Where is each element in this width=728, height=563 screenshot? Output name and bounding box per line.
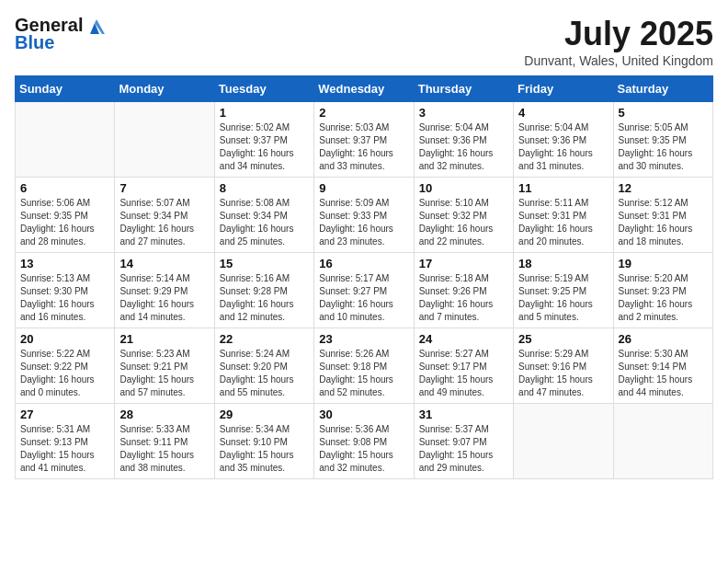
- day-info: Sunrise: 5:30 AM Sunset: 9:14 PM Dayligh…: [619, 348, 708, 399]
- day-number: 11: [518, 181, 608, 195]
- calendar-header-monday: Monday: [115, 76, 214, 102]
- calendar-cell: 29Sunrise: 5:34 AM Sunset: 9:10 PM Dayli…: [214, 404, 313, 479]
- day-info: Sunrise: 5:06 AM Sunset: 9:35 PM Dayligh…: [20, 197, 109, 248]
- day-number: 26: [619, 332, 708, 346]
- calendar-cell: [514, 404, 613, 479]
- day-info: Sunrise: 5:34 AM Sunset: 9:10 PM Dayligh…: [220, 423, 309, 475]
- day-number: 20: [20, 332, 109, 346]
- day-number: 22: [220, 332, 309, 346]
- calendar-cell: [16, 102, 115, 178]
- calendar-cell: 21Sunrise: 5:23 AM Sunset: 9:21 PM Dayli…: [115, 328, 214, 404]
- day-number: 28: [119, 408, 209, 421]
- calendar-cell: 31Sunrise: 5:37 AM Sunset: 9:07 PM Dayli…: [414, 404, 513, 479]
- calendar-week-3: 13Sunrise: 5:13 AM Sunset: 9:30 PM Dayli…: [16, 253, 713, 328]
- day-info: Sunrise: 5:19 AM Sunset: 9:25 PM Dayligh…: [518, 272, 608, 324]
- calendar-header-row: SundayMondayTuesdayWednesdayThursdayFrid…: [16, 76, 713, 102]
- day-info: Sunrise: 5:37 AM Sunset: 9:07 PM Dayligh…: [419, 423, 508, 475]
- calendar-cell: 20Sunrise: 5:22 AM Sunset: 9:22 PM Dayli…: [16, 328, 115, 404]
- calendar-cell: 5Sunrise: 5:05 AM Sunset: 9:35 PM Daylig…: [613, 102, 712, 178]
- calendar-cell: 16Sunrise: 5:17 AM Sunset: 9:27 PM Dayli…: [314, 253, 414, 328]
- calendar-cell: 12Sunrise: 5:12 AM Sunset: 9:31 PM Dayli…: [613, 178, 712, 253]
- day-info: Sunrise: 5:29 AM Sunset: 9:16 PM Dayligh…: [518, 348, 608, 399]
- calendar-week-4: 20Sunrise: 5:22 AM Sunset: 9:22 PM Dayli…: [16, 328, 713, 404]
- day-number: 1: [220, 106, 309, 120]
- day-number: 30: [319, 408, 408, 421]
- calendar-cell: 7Sunrise: 5:07 AM Sunset: 9:34 PM Daylig…: [115, 178, 214, 253]
- calendar-header-thursday: Thursday: [414, 76, 513, 102]
- day-info: Sunrise: 5:04 AM Sunset: 9:36 PM Dayligh…: [419, 121, 508, 173]
- calendar-cell: 27Sunrise: 5:31 AM Sunset: 9:13 PM Dayli…: [16, 404, 115, 479]
- day-info: Sunrise: 5:24 AM Sunset: 9:20 PM Dayligh…: [220, 348, 309, 399]
- calendar-cell: 25Sunrise: 5:29 AM Sunset: 9:16 PM Dayli…: [514, 328, 613, 404]
- calendar-cell: 19Sunrise: 5:20 AM Sunset: 9:23 PM Dayli…: [613, 253, 712, 328]
- day-info: Sunrise: 5:13 AM Sunset: 9:30 PM Dayligh…: [20, 272, 109, 324]
- calendar-cell: [613, 404, 712, 479]
- day-info: Sunrise: 5:22 AM Sunset: 9:22 PM Dayligh…: [20, 348, 109, 399]
- day-number: 29: [220, 408, 309, 421]
- calendar-header-sunday: Sunday: [16, 76, 115, 102]
- day-number: 12: [619, 181, 708, 195]
- title-block: July 2025 Dunvant, Wales, United Kingdom: [524, 15, 713, 68]
- day-info: Sunrise: 5:18 AM Sunset: 9:26 PM Dayligh…: [419, 272, 508, 324]
- day-info: Sunrise: 5:20 AM Sunset: 9:23 PM Dayligh…: [619, 272, 708, 324]
- day-info: Sunrise: 5:26 AM Sunset: 9:18 PM Dayligh…: [319, 348, 408, 399]
- calendar-cell: 28Sunrise: 5:33 AM Sunset: 9:11 PM Dayli…: [115, 404, 214, 479]
- calendar-week-5: 27Sunrise: 5:31 AM Sunset: 9:13 PM Dayli…: [16, 404, 713, 479]
- day-info: Sunrise: 5:36 AM Sunset: 9:08 PM Dayligh…: [319, 423, 408, 475]
- calendar-cell: 26Sunrise: 5:30 AM Sunset: 9:14 PM Dayli…: [613, 328, 712, 404]
- day-number: 3: [419, 106, 508, 120]
- day-info: Sunrise: 5:12 AM Sunset: 9:31 PM Dayligh…: [619, 197, 708, 248]
- day-info: Sunrise: 5:08 AM Sunset: 9:34 PM Dayligh…: [220, 197, 309, 248]
- calendar-cell: 30Sunrise: 5:36 AM Sunset: 9:08 PM Dayli…: [314, 404, 414, 479]
- calendar-cell: 11Sunrise: 5:11 AM Sunset: 9:31 PM Dayli…: [514, 178, 613, 253]
- day-info: Sunrise: 5:09 AM Sunset: 9:33 PM Dayligh…: [319, 197, 408, 248]
- calendar-cell: 23Sunrise: 5:26 AM Sunset: 9:18 PM Dayli…: [314, 328, 414, 404]
- calendar-header-saturday: Saturday: [613, 76, 712, 102]
- day-number: 8: [220, 181, 309, 195]
- calendar-week-2: 6Sunrise: 5:06 AM Sunset: 9:35 PM Daylig…: [16, 178, 713, 253]
- day-info: Sunrise: 5:02 AM Sunset: 9:37 PM Dayligh…: [220, 121, 309, 173]
- calendar-cell: 18Sunrise: 5:19 AM Sunset: 9:25 PM Dayli…: [514, 253, 613, 328]
- calendar-cell: 6Sunrise: 5:06 AM Sunset: 9:35 PM Daylig…: [16, 178, 115, 253]
- day-number: 13: [20, 257, 109, 270]
- day-info: Sunrise: 5:16 AM Sunset: 9:28 PM Dayligh…: [220, 272, 309, 324]
- day-number: 4: [518, 106, 608, 120]
- calendar-cell: 24Sunrise: 5:27 AM Sunset: 9:17 PM Dayli…: [414, 328, 513, 404]
- calendar-header-wednesday: Wednesday: [314, 76, 414, 102]
- calendar-cell: 13Sunrise: 5:13 AM Sunset: 9:30 PM Dayli…: [16, 253, 115, 328]
- day-number: 25: [518, 332, 608, 346]
- calendar-cell: 22Sunrise: 5:24 AM Sunset: 9:20 PM Dayli…: [214, 328, 313, 404]
- calendar-week-1: 1Sunrise: 5:02 AM Sunset: 9:37 PM Daylig…: [16, 102, 713, 178]
- day-number: 14: [119, 257, 209, 270]
- month-title: July 2025: [524, 15, 713, 53]
- day-info: Sunrise: 5:05 AM Sunset: 9:35 PM Dayligh…: [619, 121, 708, 173]
- calendar-cell: [115, 102, 214, 178]
- day-info: Sunrise: 5:14 AM Sunset: 9:29 PM Dayligh…: [119, 272, 209, 324]
- calendar-header-friday: Friday: [514, 76, 613, 102]
- day-number: 2: [319, 106, 408, 120]
- day-info: Sunrise: 5:07 AM Sunset: 9:34 PM Dayligh…: [119, 197, 209, 248]
- day-number: 15: [220, 257, 309, 270]
- calendar-cell: 17Sunrise: 5:18 AM Sunset: 9:26 PM Dayli…: [414, 253, 513, 328]
- calendar-cell: 1Sunrise: 5:02 AM Sunset: 9:37 PM Daylig…: [214, 102, 313, 178]
- day-number: 6: [20, 181, 109, 195]
- day-number: 10: [419, 181, 508, 195]
- day-info: Sunrise: 5:31 AM Sunset: 9:13 PM Dayligh…: [20, 423, 109, 475]
- calendar-cell: 2Sunrise: 5:03 AM Sunset: 9:37 PM Daylig…: [314, 102, 414, 178]
- day-number: 27: [20, 408, 109, 421]
- logo-icon: [85, 16, 105, 36]
- day-number: 19: [619, 257, 708, 270]
- calendar-cell: 3Sunrise: 5:04 AM Sunset: 9:36 PM Daylig…: [414, 102, 513, 178]
- logo: General Blue: [15, 15, 105, 53]
- day-number: 21: [119, 332, 209, 346]
- calendar-cell: 9Sunrise: 5:09 AM Sunset: 9:33 PM Daylig…: [314, 178, 414, 253]
- day-number: 31: [419, 408, 508, 421]
- day-number: 7: [119, 181, 209, 195]
- day-info: Sunrise: 5:10 AM Sunset: 9:32 PM Dayligh…: [419, 197, 508, 248]
- day-number: 23: [319, 332, 408, 346]
- calendar: SundayMondayTuesdayWednesdayThursdayFrid…: [15, 75, 713, 479]
- day-number: 17: [419, 257, 508, 270]
- day-number: 18: [518, 257, 608, 270]
- calendar-cell: 4Sunrise: 5:04 AM Sunset: 9:36 PM Daylig…: [514, 102, 613, 178]
- day-info: Sunrise: 5:04 AM Sunset: 9:36 PM Dayligh…: [518, 121, 608, 173]
